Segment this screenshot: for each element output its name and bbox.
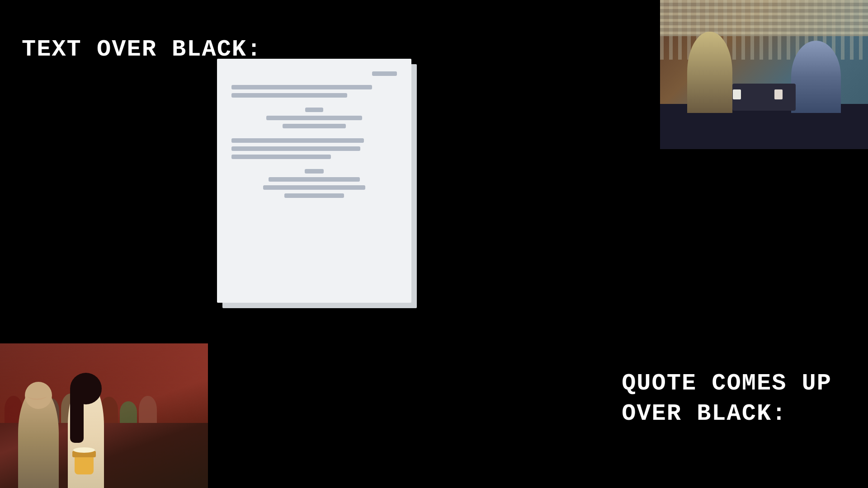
doc-line-3 bbox=[231, 93, 347, 98]
quote-comes-up-heading: QUOTE COMES UP OVER BLACK: bbox=[622, 368, 832, 429]
doc-line-13 bbox=[284, 193, 344, 198]
doc-line-8 bbox=[231, 146, 360, 151]
doc-line-1 bbox=[372, 71, 397, 76]
doc-line-2 bbox=[231, 85, 372, 89]
quote-line2: OVER BLACK: bbox=[622, 399, 832, 429]
doc-line-6 bbox=[283, 124, 345, 128]
screenplay-document bbox=[217, 59, 411, 303]
doc-line-11 bbox=[269, 177, 359, 182]
bottom-left-movie-still bbox=[0, 343, 208, 488]
doc-line-9 bbox=[231, 155, 331, 159]
top-right-movie-still bbox=[660, 0, 868, 149]
doc-line-12 bbox=[263, 185, 366, 190]
doc-main bbox=[217, 59, 411, 303]
doc-line-7 bbox=[231, 138, 364, 143]
doc-line-4 bbox=[305, 108, 323, 112]
quote-line1: QUOTE COMES UP bbox=[622, 368, 832, 399]
doc-line-10 bbox=[305, 169, 324, 174]
doc-line-5 bbox=[266, 116, 362, 120]
cinema-scene-graphic bbox=[0, 343, 208, 488]
diner-scene-graphic bbox=[660, 0, 868, 149]
